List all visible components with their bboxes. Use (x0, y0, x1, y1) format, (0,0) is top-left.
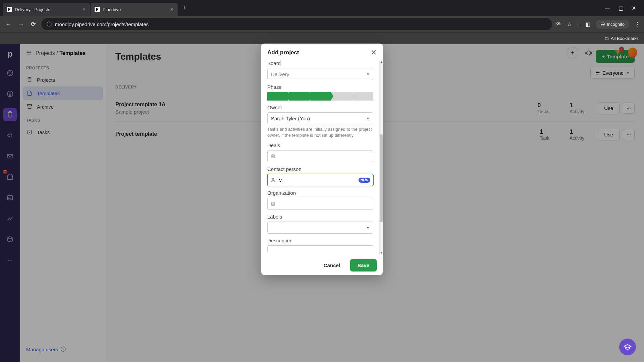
browser-tab[interactable]: P Pipedrive ✕ (91, 3, 178, 16)
labels-select[interactable]: ▼ (267, 222, 373, 234)
svg-rect-11 (28, 105, 32, 106)
scroll-down-icon[interactable]: ▼ (380, 251, 383, 255)
toolbar-right: 👁 ☆ ≡ ◧ 🕶 Incognito ⋮ (556, 20, 640, 29)
breadcrumb-separator: / (56, 50, 59, 56)
manage-users-link[interactable]: Manage users ⓘ (20, 342, 106, 357)
rail-more[interactable]: ⋯ (3, 253, 17, 267)
chevron-down-icon: ▼ (366, 72, 370, 76)
help-icon[interactable] (598, 48, 608, 57)
template-actions: Use ⋯ (598, 129, 635, 140)
address-bar[interactable]: ⓘ moodjoy.pipedrive.com/projects/templat… (41, 18, 552, 30)
gift-badge: ? (619, 47, 624, 51)
phase-segment[interactable] (267, 92, 288, 101)
template-stats: 1 Task 1 Activity (540, 128, 584, 141)
deals-input[interactable] (267, 150, 373, 162)
description-input[interactable] (267, 245, 373, 252)
more-button[interactable]: ⋯ (623, 129, 635, 140)
rail-deals[interactable] (3, 87, 17, 101)
board-value: Delivery (271, 71, 289, 77)
sidebar-item-tasks[interactable]: Tasks (20, 125, 106, 139)
all-bookmarks-button[interactable]: 🗀 All Bookmarks (604, 36, 639, 41)
use-button[interactable]: Use (598, 129, 620, 140)
sidebar-item-projects[interactable]: Projects (20, 73, 106, 86)
scrollbar-thumb[interactable] (380, 134, 383, 222)
scrollbar-track[interactable]: ▲ ▼ (379, 60, 383, 255)
forward-icon[interactable]: → (17, 19, 25, 29)
phase-segment[interactable] (310, 92, 331, 101)
tab-title: Delivery - Projects (15, 7, 50, 12)
phase-segment[interactable] (353, 92, 373, 101)
panel-icon[interactable]: ◧ (585, 21, 590, 27)
rail-contacts[interactable] (3, 191, 17, 204)
rail-products[interactable] (3, 233, 17, 246)
chevron-down-icon: ▼ (366, 117, 370, 120)
maximize-icon[interactable]: ▢ (619, 5, 624, 11)
incognito-badge[interactable]: 🕶 Incognito (596, 20, 629, 29)
building-icon (270, 201, 276, 206)
modal-scrollbar[interactable]: ▲ ▼ (379, 60, 383, 255)
org-field[interactable] (278, 201, 370, 207)
org-input[interactable] (267, 198, 373, 210)
stat-tasks: 0 Tasks (537, 102, 549, 114)
browser-tab[interactable]: P Delivery - Projects ✕ (3, 3, 90, 16)
extensions-icon[interactable] (584, 48, 593, 57)
quick-add-button[interactable]: + (567, 47, 578, 58)
playlist-icon[interactable]: ≡ (577, 21, 580, 27)
sidebar-item-label: Tasks (37, 129, 50, 135)
stat-label: Tasks (537, 109, 549, 114)
contact-field[interactable] (278, 177, 356, 183)
stat-label: Task (540, 135, 549, 141)
use-button[interactable]: Use (598, 102, 620, 114)
phase-segment[interactable] (331, 92, 352, 101)
board-select[interactable]: Delivery ▼ (267, 68, 373, 80)
nav-section-tasks: TASKS (20, 113, 106, 125)
help-fab[interactable] (619, 339, 636, 355)
phase-selector[interactable] (267, 92, 373, 101)
new-tab-button[interactable]: + (178, 5, 190, 12)
board-label: Board (267, 60, 373, 66)
reload-icon[interactable]: ⟳ (30, 19, 37, 29)
eye-off-icon[interactable]: 👁 (556, 21, 561, 27)
url-text: moodjoy.pipedrive.com/projects/templates (55, 21, 149, 27)
chart-icon (6, 215, 14, 222)
contact-input[interactable]: NEW (267, 174, 373, 186)
rail-leads[interactable] (3, 66, 17, 80)
minimize-icon[interactable]: — (605, 5, 610, 11)
modal-body: Board Delivery ▼ Phase Owner Sarah Tyler… (261, 60, 383, 255)
scroll-up-icon[interactable]: ▲ (380, 60, 383, 64)
gift-icon[interactable]: ? (613, 48, 623, 57)
contact-label: Contact person (267, 166, 373, 172)
rail-activities[interactable]: 7 (3, 170, 17, 184)
star-icon[interactable]: ☆ (567, 21, 572, 27)
close-icon[interactable]: ✕ (371, 48, 377, 57)
close-icon[interactable]: ✕ (82, 7, 86, 12)
phase-segment[interactable] (289, 92, 310, 101)
avatar (628, 48, 637, 58)
rail-insights[interactable] (3, 212, 17, 225)
app-logo[interactable]: p (5, 49, 15, 59)
deals-field[interactable] (278, 154, 370, 159)
close-icon[interactable]: ✕ (170, 7, 174, 12)
filter-owner-dropdown[interactable]: ☰ Everyone ▼ (590, 67, 635, 79)
save-button[interactable]: Save (350, 259, 377, 272)
incognito-icon: 🕶 (600, 22, 605, 27)
rail-campaigns[interactable] (3, 129, 17, 142)
page-title: Templates (115, 51, 161, 62)
close-window-icon[interactable]: ✕ (632, 5, 636, 11)
collapse-nav-icon[interactable] (26, 50, 32, 57)
rail-projects[interactable] (3, 108, 17, 121)
sidebar-item-templates[interactable]: Templates (23, 86, 103, 100)
user-avatar[interactable] (628, 48, 637, 57)
svg-rect-16 (272, 202, 274, 205)
stat-activity: 1 Activity (570, 102, 584, 114)
site-info-icon[interactable]: ⓘ (47, 21, 52, 27)
more-button[interactable]: ⋯ (623, 103, 635, 114)
cancel-button[interactable]: Cancel (318, 259, 346, 272)
menu-icon[interactable]: ⋮ (635, 21, 640, 27)
rail-mail[interactable] (3, 149, 17, 163)
sidebar-item-archive[interactable]: Archive (20, 100, 106, 113)
back-icon[interactable]: ← (4, 19, 13, 29)
owner-select[interactable]: Sarah Tyler (You) ▼ (267, 112, 373, 124)
mail-icon (6, 153, 14, 160)
breadcrumb-root[interactable]: Projects (36, 50, 55, 56)
